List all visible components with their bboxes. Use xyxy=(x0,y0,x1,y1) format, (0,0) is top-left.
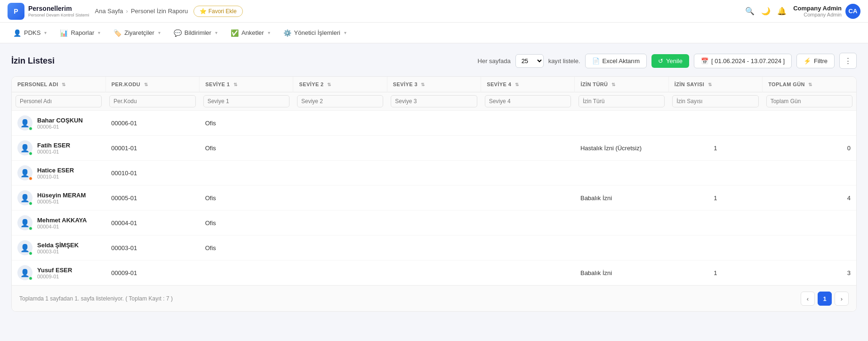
page-1-button[interactable]: 1 xyxy=(818,292,832,306)
filter-izin-turu[interactable] xyxy=(579,95,665,107)
prev-page-button[interactable]: ‹ xyxy=(801,292,815,306)
raporlar-label: Raporlar xyxy=(71,29,94,36)
filter-izin-sayisi[interactable] xyxy=(672,95,758,107)
filter-per-kodu[interactable] xyxy=(109,95,195,107)
filter-seviye4[interactable] xyxy=(485,95,571,107)
cell-personel-adi: 👤 Hüseyin MERAM 00005-01 xyxy=(12,186,105,211)
filter-toplam-gun[interactable] xyxy=(766,95,852,107)
filter-seviye3[interactable] xyxy=(391,95,477,107)
col-seviye1[interactable]: SEVİYE 1 ⇅ xyxy=(200,77,293,92)
logo-icon: P xyxy=(8,3,24,20)
sidebar-item-pdks[interactable]: 👤 PDKS ▾ xyxy=(8,25,52,41)
cell-seviye1: Ofis xyxy=(200,211,293,235)
bildirimler-chevron: ▾ xyxy=(215,30,217,35)
per-page-label: Her sayfada xyxy=(478,57,511,65)
cell-per-kodu: 00001-01 xyxy=(105,136,199,161)
cell-izin-sayisi: 1 xyxy=(668,136,762,161)
table-row: 👤 Hatice ESER 00010-01 00010-01 xyxy=(12,161,856,186)
cell-seviye2 xyxy=(293,161,387,186)
header-actions: Her sayfada 25 50 100 kayıt listele. 📄 E… xyxy=(478,53,857,69)
ziyaretciler-icon: 🏷️ xyxy=(113,29,121,37)
cell-seviye2 xyxy=(293,186,387,211)
date-range-label: [ 01.06.2024 - 13.07.2024 ] xyxy=(711,57,785,65)
table-row: 👤 Mehmet AKKAYA 00004-01 00004-01 Ofis xyxy=(12,211,856,235)
filter-seviye2[interactable] xyxy=(297,95,383,107)
filter-seviye1[interactable] xyxy=(203,95,289,107)
cell-izin-sayisi xyxy=(668,235,762,260)
logo-text: Personellerim Personel Devam Kontrol Sis… xyxy=(28,5,89,18)
filtre-button[interactable]: ⚡ Filtre xyxy=(796,54,835,68)
cell-seviye3 xyxy=(387,111,481,136)
status-dot xyxy=(29,276,32,280)
person-code-sub: 00005-01 xyxy=(37,199,86,204)
sort-icon-toplam-gun: ⇅ xyxy=(808,82,812,87)
cell-izin-sayisi xyxy=(668,161,762,186)
moon-icon[interactable]: 🌙 xyxy=(761,7,771,16)
sort-icon-izin-sayisi: ⇅ xyxy=(708,82,712,87)
yenile-button[interactable]: ↺ Yenile xyxy=(651,54,689,68)
col-izin-sayisi[interactable]: İZİN SAYISI ⇅ xyxy=(668,77,762,92)
sidebar-item-anketler[interactable]: ✅ Anketler ▾ xyxy=(225,25,276,41)
logo-title: Personellerim xyxy=(28,5,89,13)
cell-seviye3 xyxy=(387,211,481,235)
next-page-button[interactable]: › xyxy=(835,292,849,306)
pdks-icon: 👤 xyxy=(13,29,21,37)
cell-per-kodu: 00005-01 xyxy=(105,186,199,211)
col-seviye3[interactable]: SEVİYE 3 ⇅ xyxy=(387,77,481,92)
col-izin-turu[interactable]: İZİN TÜRÜ ⇅ xyxy=(575,77,668,92)
person-name: Fatih ESER xyxy=(37,142,70,149)
breadcrumb-current: Personel İzin Raporu xyxy=(131,8,188,15)
person-code-sub: 00009-01 xyxy=(37,274,72,279)
bell-icon[interactable]: 🔔 xyxy=(777,7,787,16)
table-row: 👤 Yusuf ESER 00009-01 00009-01 Babalık İ… xyxy=(12,260,856,285)
cell-personel-adi: 👤 Yusuf ESER 00009-01 xyxy=(12,260,105,285)
cell-seviye3 xyxy=(387,186,481,211)
col-personel-adi[interactable]: PERSONEL ADI ⇅ xyxy=(12,77,105,92)
favori-ekle-button[interactable]: ⭐ Favori Ekle xyxy=(193,6,242,17)
cell-seviye1: Ofis xyxy=(200,111,293,136)
excel-label: Excel Aktarım xyxy=(603,57,640,65)
sort-icon-izin-turu: ⇅ xyxy=(611,82,615,87)
raporlar-icon: 📊 xyxy=(60,29,68,37)
ziyaretciler-label: Ziyaretçiler xyxy=(124,29,154,36)
cell-izin-turu xyxy=(575,211,668,235)
cell-seviye3 xyxy=(387,235,481,260)
more-options-button[interactable]: ⋮ xyxy=(839,53,857,69)
person-code-sub: 00001-01 xyxy=(37,149,70,154)
sidebar-item-yonetici[interactable]: ⚙️ Yönetici İşlemleri ▾ xyxy=(278,25,352,41)
table-row: 👤 Hüseyin MERAM 00005-01 00005-01 Ofis B… xyxy=(12,186,856,211)
cell-toplam-gun: 4 xyxy=(763,186,856,211)
sidebar-item-raporlar[interactable]: 📊 Raporlar ▾ xyxy=(54,25,106,41)
cell-seviye2 xyxy=(293,111,387,136)
sidebar-item-ziyaretciler[interactable]: 🏷️ Ziyaretçiler ▾ xyxy=(108,25,166,41)
search-icon[interactable]: 🔍 xyxy=(745,7,755,16)
cell-per-kodu: 00009-01 xyxy=(105,260,199,285)
col-seviye2[interactable]: SEVİYE 2 ⇅ xyxy=(293,77,387,92)
user-name: Company Admin xyxy=(793,5,842,12)
page-title: İzin Listesi xyxy=(11,56,55,66)
ziyaretciler-chevron: ▾ xyxy=(158,30,161,35)
logo-area: P Personellerim Personel Devam Kontrol S… xyxy=(8,3,89,20)
col-toplam-gun[interactable]: TOPLAM GÜN ⇅ xyxy=(763,77,856,92)
breadcrumb-home-link[interactable]: Ana Sayfa xyxy=(95,8,123,15)
sort-icon-seviye3: ⇅ xyxy=(421,82,425,87)
pdks-chevron: ▾ xyxy=(44,30,47,35)
person-name: Hüseyin MERAM xyxy=(37,192,86,199)
cell-per-kodu: 00004-01 xyxy=(105,211,199,235)
cell-seviye3 xyxy=(387,260,481,285)
sidebar-item-bildirimler[interactable]: 💬 Bildirimler ▾ xyxy=(168,25,223,41)
sort-icon-seviye4: ⇅ xyxy=(515,82,519,87)
excel-aktarim-button[interactable]: 📄 Excel Aktarım xyxy=(585,54,647,68)
date-range-button[interactable]: 📅 [ 01.06.2024 - 13.07.2024 ] xyxy=(694,54,792,68)
cell-izin-turu: Babalık İzni xyxy=(575,186,668,211)
filter-personel-adi[interactable] xyxy=(16,95,102,107)
cell-izin-turu xyxy=(575,111,668,136)
col-seviye4[interactable]: SEVİYE 4 ⇅ xyxy=(481,77,575,92)
user-avatar[interactable]: CA xyxy=(845,4,860,19)
breadcrumb: Ana Sayfa › Personel İzin Raporu xyxy=(95,8,188,15)
user-info: Company Admin Company Admin CA xyxy=(793,4,860,19)
cell-seviye4 xyxy=(481,211,575,235)
user-company: Company Admin xyxy=(793,12,842,17)
col-per-kodu[interactable]: PER.KODU ⇅ xyxy=(105,77,199,92)
per-page-select[interactable]: 25 50 100 xyxy=(515,54,544,68)
